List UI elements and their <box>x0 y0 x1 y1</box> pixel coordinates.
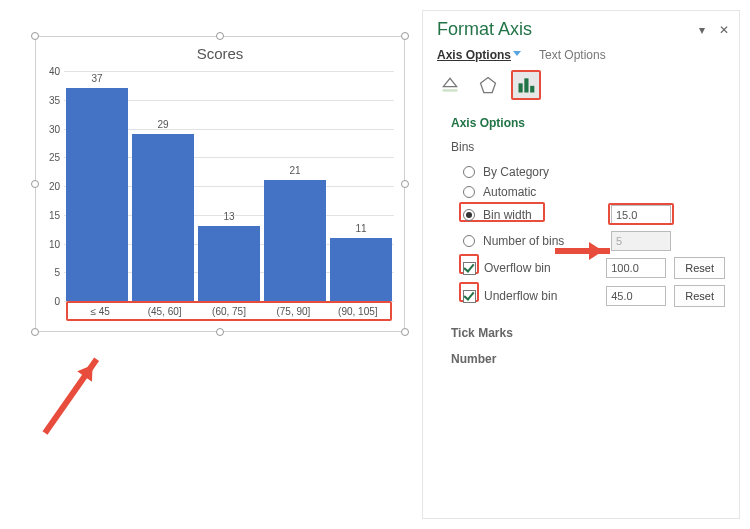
svg-rect-3 <box>524 78 528 92</box>
chevron-down-icon <box>513 51 521 60</box>
resize-handle[interactable] <box>31 32 39 40</box>
option-by-category[interactable]: By Category <box>423 162 739 182</box>
x-tick-label[interactable]: ≤ 45 <box>68 303 132 319</box>
effects-icon[interactable] <box>473 70 503 100</box>
annotation-arrow <box>555 248 610 254</box>
section-number[interactable]: Number <box>423 346 739 372</box>
svg-rect-4 <box>530 86 534 93</box>
checkbox-icon[interactable] <box>463 290 476 303</box>
resize-handle[interactable] <box>401 328 409 336</box>
axis-options-icon[interactable] <box>511 70 541 100</box>
panel-menu-icon[interactable]: ▾ <box>699 23 705 37</box>
disclosure-triangle-icon <box>437 329 445 337</box>
y-tick-label: 30 <box>40 123 60 134</box>
option-overflow-bin[interactable]: Overflow bin Reset <box>423 254 739 282</box>
bar-value-label: 13 <box>223 211 234 222</box>
x-tick-label[interactable]: (60, 75] <box>197 303 261 319</box>
fill-line-icon[interactable] <box>435 70 465 100</box>
bar-value-label: 37 <box>91 73 102 84</box>
tab-text-options[interactable]: Text Options <box>539 48 606 62</box>
chart-x-axis[interactable]: ≤ 45(45, 60](60, 75](75, 90](90, 105] <box>66 301 392 321</box>
bar[interactable] <box>330 238 392 301</box>
resize-handle[interactable] <box>31 328 39 336</box>
y-tick-label: 40 <box>40 66 60 77</box>
overflow-bin-input[interactable] <box>606 258 666 278</box>
bar[interactable] <box>264 180 326 301</box>
x-tick-label[interactable]: (45, 60] <box>132 303 196 319</box>
radio-icon[interactable] <box>463 186 475 198</box>
chart-title[interactable]: Scores <box>36 37 404 62</box>
option-underflow-bin[interactable]: Underflow bin Reset <box>423 282 739 310</box>
resize-handle[interactable] <box>401 180 409 188</box>
resize-handle[interactable] <box>401 32 409 40</box>
option-bin-width[interactable]: Bin width <box>423 202 739 228</box>
panel-close-icon[interactable]: ✕ <box>719 23 729 37</box>
tab-axis-options[interactable]: Axis Options <box>437 48 521 62</box>
x-tick-label[interactable]: (75, 90] <box>261 303 325 319</box>
number-of-bins-input <box>611 231 671 251</box>
y-tick-label: 0 <box>40 296 60 307</box>
y-tick-label: 10 <box>40 238 60 249</box>
section-axis-options[interactable]: Axis Options <box>423 110 739 136</box>
panel-header: Format Axis ▾ ✕ <box>423 11 739 44</box>
bar[interactable] <box>198 226 260 301</box>
radio-icon[interactable] <box>463 166 475 178</box>
y-tick-label: 25 <box>40 152 60 163</box>
reset-overflow-button[interactable]: Reset <box>674 257 725 279</box>
panel-title: Format Axis <box>437 19 532 40</box>
bar-value-label: 29 <box>157 119 168 130</box>
disclosure-triangle-icon <box>437 121 445 129</box>
y-tick-label: 5 <box>40 267 60 278</box>
resize-handle[interactable] <box>216 328 224 336</box>
y-tick-label: 35 <box>40 94 60 105</box>
bins-label: Bins <box>423 136 739 162</box>
checkbox-icon[interactable] <box>463 262 476 275</box>
disclosure-triangle-icon <box>437 355 445 363</box>
svg-rect-0 <box>443 89 458 92</box>
panel-tabs: Axis Options Text Options <box>423 44 739 70</box>
bar-value-label: 11 <box>355 223 366 234</box>
panel-icon-row <box>423 70 739 110</box>
reset-underflow-button[interactable]: Reset <box>674 285 725 307</box>
svg-marker-1 <box>481 78 496 93</box>
annotation-arrow <box>43 358 100 435</box>
bin-width-input[interactable] <box>611 205 671 225</box>
svg-rect-2 <box>519 83 523 92</box>
y-tick-label: 20 <box>40 181 60 192</box>
chart-container[interactable]: Scores 05101520253035403729132111 ≤ 45(4… <box>35 36 405 332</box>
bar[interactable] <box>132 134 194 301</box>
radio-icon[interactable] <box>463 235 475 247</box>
chart-plot-area: 05101520253035403729132111 <box>64 71 394 301</box>
format-axis-panel: Format Axis ▾ ✕ Axis Options Text Option… <box>422 10 740 519</box>
bar-value-label: 21 <box>289 165 300 176</box>
radio-icon[interactable] <box>463 209 475 221</box>
y-tick-label: 15 <box>40 209 60 220</box>
resize-handle[interactable] <box>216 32 224 40</box>
x-tick-label[interactable]: (90, 105] <box>326 303 390 319</box>
underflow-bin-input[interactable] <box>606 286 666 306</box>
bar[interactable] <box>66 88 128 301</box>
section-tick-marks[interactable]: Tick Marks <box>423 320 739 346</box>
resize-handle[interactable] <box>31 180 39 188</box>
option-automatic[interactable]: Automatic <box>423 182 739 202</box>
